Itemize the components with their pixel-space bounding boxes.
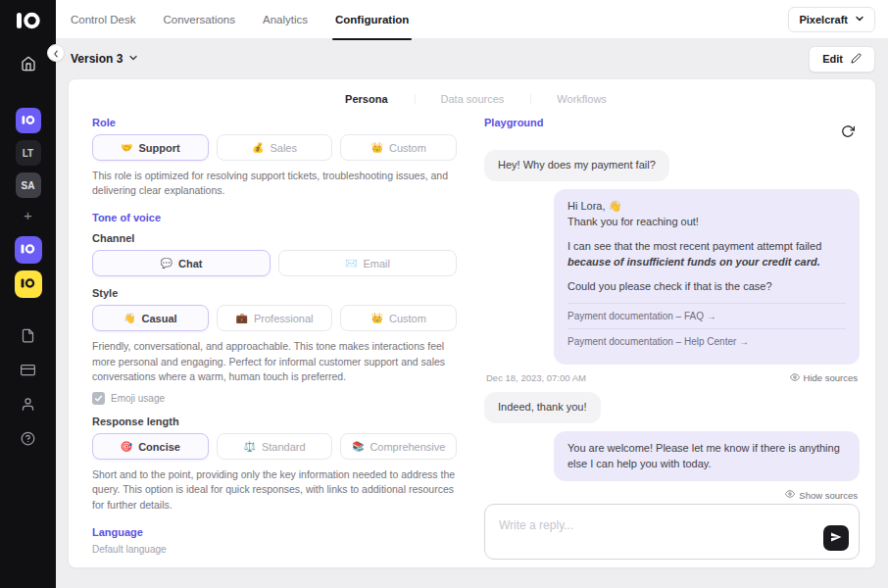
target-emoji-icon: 🎯 xyxy=(121,441,132,452)
channel-label: Channel xyxy=(92,232,457,244)
role-option-custom[interactable]: 👑 Custom xyxy=(340,134,457,161)
style-option-casual[interactable]: 👋 Casual xyxy=(92,305,209,331)
nav-item-analytics[interactable]: Analytics xyxy=(254,0,317,39)
workspace-tile-brand[interactable] xyxy=(16,108,41,133)
documents-button[interactable] xyxy=(21,328,35,346)
reply-input[interactable] xyxy=(499,518,814,532)
add-workspace-button[interactable]: + xyxy=(17,205,40,224)
reset-playground-button[interactable] xyxy=(836,121,860,144)
org-switcher-button[interactable]: Pixelcraft xyxy=(788,7,875,32)
bot-body-emphasis: because of insufficient funds on your cr… xyxy=(567,256,820,268)
bot-body-text: I can see that the most recent payment a… xyxy=(567,240,821,252)
option-label: Concise xyxy=(138,441,180,453)
option-label: Custom xyxy=(389,142,426,154)
option-label: Professional xyxy=(254,313,314,324)
channel-option-chat[interactable]: 💬 Chat xyxy=(92,250,271,276)
message-meta-row: Dec 18, 2023, 07:00 AM Hide sources xyxy=(484,372,860,384)
workspace-list: LT SA + xyxy=(16,108,41,224)
role-option-sales[interactable]: 💰 Sales xyxy=(217,134,333,161)
chat-thread: Hey! Why does my payment fail? Hi Lora, … xyxy=(484,150,860,504)
speech-balloon-emoji-icon: 💬 xyxy=(161,258,173,269)
emoji-usage-label: Emoji usage xyxy=(111,393,165,404)
source-link-faq[interactable]: Payment documentation – FAQ → xyxy=(567,303,846,329)
nav-item-conversations[interactable]: Conversations xyxy=(154,0,244,39)
channel-options: 💬 Chat ✉️ Email xyxy=(92,250,457,276)
document-icon xyxy=(21,328,35,346)
brand-logo-icon xyxy=(21,277,35,291)
refresh-icon xyxy=(841,124,855,141)
tab-workflows[interactable]: Workflows xyxy=(530,90,633,108)
top-navigation: Control Desk Conversations Analytics Con… xyxy=(56,0,888,39)
tone-section-label: Tone of voice xyxy=(92,212,457,223)
message-meta-row: Show sources xyxy=(484,489,860,501)
version-selector[interactable]: Version 3 xyxy=(69,48,140,70)
eye-icon xyxy=(785,489,795,501)
show-sources-button[interactable]: Show sources xyxy=(785,489,858,501)
app-root: LT SA + Control Desk Conversations A xyxy=(0,0,888,588)
option-label: Chat xyxy=(178,258,202,270)
length-option-concise[interactable]: 🎯 Concise xyxy=(92,433,209,460)
bot-greeting-line: Thank you for reaching out! xyxy=(567,215,846,230)
channel-option-email[interactable]: ✉️ Email xyxy=(278,250,457,276)
option-label: Comprehensive xyxy=(370,441,445,453)
configuration-card: Persona Data sources Workflows Role 🤝 Su… xyxy=(68,78,876,568)
nav-item-control-desk[interactable]: Control Desk xyxy=(62,0,144,39)
books-emoji-icon: 📚 xyxy=(352,441,364,452)
option-label: Support xyxy=(138,142,179,154)
response-length-options: 🎯 Concise ⚖️ Standard 📚 Comprehensive xyxy=(92,433,457,460)
style-option-professional[interactable]: 💼 Professional xyxy=(217,305,333,331)
emoji-usage-checkbox[interactable] xyxy=(92,392,105,405)
language-section-label: Language xyxy=(92,526,457,538)
bot-message: You are welcome! Please let me know if t… xyxy=(554,431,860,482)
style-description: Friendly, conversational, and approachab… xyxy=(92,339,457,384)
edit-button[interactable]: Edit xyxy=(809,46,875,73)
tab-persona[interactable]: Persona xyxy=(319,90,414,108)
chevron-left-icon xyxy=(52,46,60,61)
role-option-support[interactable]: 🤝 Support xyxy=(92,134,209,161)
playground-label: Playground xyxy=(484,117,544,128)
role-description: This role is optimized for resolving sup… xyxy=(92,169,457,198)
handshake-emoji-icon: 🤝 xyxy=(121,142,132,153)
crown-emoji-icon: 👑 xyxy=(370,142,382,153)
version-label: Version 3 xyxy=(71,52,123,66)
send-icon xyxy=(830,531,842,546)
hide-sources-button[interactable]: Hide sources xyxy=(790,372,858,384)
hide-sources-label: Hide sources xyxy=(804,372,858,383)
edit-label: Edit xyxy=(822,53,843,65)
profile-button[interactable] xyxy=(21,397,35,415)
waving-hand-emoji-icon: 👋 xyxy=(123,313,135,323)
help-icon xyxy=(21,431,35,449)
user-icon xyxy=(21,397,35,415)
eye-icon xyxy=(790,372,800,384)
nav-item-configuration[interactable]: Configuration xyxy=(326,0,418,39)
moneybag-emoji-icon: 💰 xyxy=(252,142,264,153)
version-bar: Version 3 Edit xyxy=(56,39,888,78)
source-link-help-center[interactable]: Payment documentation – Help Center → xyxy=(567,328,846,355)
source-links: Payment documentation – FAQ → Payment do… xyxy=(567,303,846,355)
option-label: Standard xyxy=(262,441,306,453)
scales-emoji-icon: ⚖️ xyxy=(243,441,255,452)
brand-logo-icon xyxy=(21,243,35,257)
length-option-comprehensive[interactable]: 📚 Comprehensive xyxy=(340,433,457,460)
crown-emoji-icon: 👑 xyxy=(370,313,382,323)
tab-data-sources[interactable]: Data sources xyxy=(415,90,531,108)
billing-button[interactable] xyxy=(21,363,35,380)
playground-panel: Playground Hey! Why does my payment fail… xyxy=(484,113,860,560)
style-label: Style xyxy=(92,287,457,299)
bot-message: Hi Lora, 👋 Thank you for reaching out! I… xyxy=(554,189,860,365)
workspace-tile-sa[interactable]: SA xyxy=(16,172,41,198)
brand-logo-icon xyxy=(22,115,35,127)
app-tile-yellow[interactable] xyxy=(15,270,42,298)
default-language-label: Default language xyxy=(92,544,457,555)
style-option-custom[interactable]: 👑 Custom xyxy=(340,305,457,331)
workspace-tile-lt[interactable]: LT xyxy=(16,140,41,166)
collapse-sidebar-button[interactable] xyxy=(47,44,65,62)
app-tile-purple[interactable] xyxy=(15,236,42,264)
send-button[interactable] xyxy=(823,525,849,551)
org-name: Pixelcraft xyxy=(799,14,848,25)
reply-box xyxy=(484,504,860,560)
pinned-apps xyxy=(15,236,42,298)
home-button[interactable] xyxy=(21,56,36,74)
length-option-standard[interactable]: ⚖️ Standard xyxy=(217,433,333,460)
help-button[interactable] xyxy=(21,431,35,449)
